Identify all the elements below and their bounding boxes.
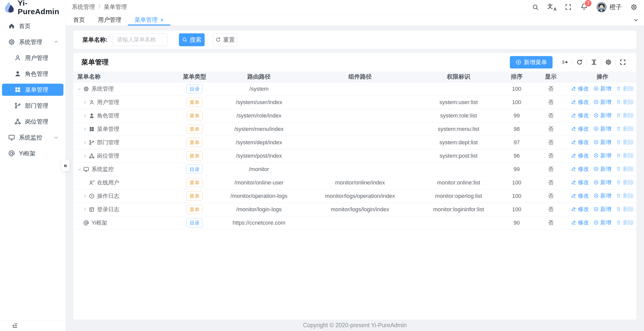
route-path-cell: /monitor/login-logs bbox=[215, 203, 303, 216]
edit-link[interactable]: 修改 bbox=[571, 165, 589, 173]
sidebar-item-5[interactable]: 部门管理 bbox=[2, 100, 63, 112]
column-settings-icon[interactable] bbox=[605, 59, 612, 65]
delete-link[interactable]: 删除 bbox=[616, 85, 634, 92]
edit-icon bbox=[571, 99, 576, 105]
add-link[interactable]: 新增 bbox=[593, 179, 611, 186]
fullscreen-icon[interactable] bbox=[565, 4, 572, 11]
menu-table-card: 菜单管理 新增菜单 菜单名称菜单类 bbox=[73, 53, 636, 320]
menu-type-tag: 菜单 bbox=[186, 178, 203, 187]
delete-link[interactable]: 删除 bbox=[616, 165, 634, 173]
plus_circle-icon bbox=[593, 180, 599, 185]
delete-link[interactable]: 删除 bbox=[616, 219, 634, 226]
menu-name-input[interactable] bbox=[113, 33, 168, 46]
notifications[interactable]: 7 bbox=[580, 3, 588, 12]
caret-down-icon[interactable] bbox=[77, 86, 82, 91]
edit-link[interactable]: 修改 bbox=[571, 125, 589, 133]
caret-right-icon[interactable] bbox=[82, 153, 87, 158]
close-icon[interactable]: × bbox=[160, 17, 164, 23]
edit-link[interactable]: 修改 bbox=[571, 152, 589, 159]
add-link[interactable]: 新增 bbox=[593, 152, 611, 159]
menu-name-text: 岗位管理 bbox=[97, 152, 119, 160]
sort-cell: 100 bbox=[500, 203, 533, 216]
sidebar-item-8[interactable]: Yi框架 bbox=[2, 147, 63, 159]
edit-link[interactable]: 修改 bbox=[571, 138, 589, 146]
translate-icon[interactable]: 文A bbox=[547, 3, 556, 11]
add-link[interactable]: 新增 bbox=[593, 219, 611, 226]
caret-right-icon[interactable] bbox=[82, 127, 87, 132]
breadcrumb-item-system[interactable]: 系统管理 bbox=[72, 3, 95, 11]
settings-gear-icon[interactable] bbox=[630, 4, 637, 11]
add-link[interactable]: 新增 bbox=[593, 125, 611, 133]
tab-0[interactable]: 首页 bbox=[67, 14, 91, 26]
permission-cell: monitor:operlog:list bbox=[417, 189, 500, 203]
table-row: 系统管理目录/system100否修改新增删除 bbox=[73, 82, 636, 96]
add-link[interactable]: 新增 bbox=[593, 112, 611, 119]
reset-button[interactable]: 重置 bbox=[213, 33, 237, 46]
caret-down-icon[interactable] bbox=[77, 167, 82, 172]
sidebar-item-6[interactable]: 岗位管理 bbox=[2, 115, 63, 128]
caret-right-icon[interactable] bbox=[82, 100, 87, 105]
search-button[interactable]: 搜索 bbox=[179, 33, 205, 46]
sort-cell: 100 bbox=[500, 96, 533, 109]
caret-right-icon[interactable] bbox=[82, 194, 87, 199]
sidebar-item-label: 系统监控 bbox=[19, 134, 42, 141]
collapse-menu-icon[interactable] bbox=[12, 322, 18, 329]
online-icon bbox=[89, 180, 95, 186]
tab-1[interactable]: 用户管理 bbox=[91, 14, 128, 26]
expand-all-icon[interactable] bbox=[562, 59, 568, 65]
sidebar-item-0[interactable]: 首页 bbox=[2, 20, 63, 32]
table-fullscreen-icon[interactable] bbox=[619, 59, 626, 65]
edit-link[interactable]: 修改 bbox=[571, 192, 589, 200]
add-link[interactable]: 新增 bbox=[593, 138, 611, 146]
delete-link[interactable]: 删除 bbox=[616, 98, 634, 106]
sidebar-item-1[interactable]: 系统管理 bbox=[2, 36, 63, 48]
caret-right-icon[interactable] bbox=[82, 140, 87, 145]
sidebar-item-4[interactable]: 菜单管理 bbox=[2, 84, 63, 96]
caret-right-icon[interactable] bbox=[82, 113, 87, 118]
tab-label: 首页 bbox=[73, 16, 85, 24]
user_filled-icon bbox=[14, 70, 21, 77]
tabs-dropdown-chevron[interactable] bbox=[628, 14, 644, 26]
search-icon[interactable] bbox=[532, 4, 539, 11]
row-density-icon[interactable] bbox=[591, 59, 597, 65]
sidebar-item-label: 首页 bbox=[19, 22, 31, 30]
sidebar-item-2[interactable]: 用户管理 bbox=[2, 52, 63, 64]
add-link[interactable]: 新增 bbox=[593, 85, 611, 92]
edit-link[interactable]: 修改 bbox=[571, 219, 589, 226]
delete-link[interactable]: 删除 bbox=[616, 192, 634, 200]
delete-link[interactable]: 删除 bbox=[616, 152, 634, 159]
reload-table-icon[interactable] bbox=[576, 59, 583, 65]
sidebar-item-3[interactable]: 角色管理 bbox=[2, 68, 63, 80]
edit-label: 修改 bbox=[578, 85, 589, 92]
sidebar-collapse-handle[interactable]: « bbox=[61, 160, 69, 171]
add-menu-button[interactable]: 新增菜单 bbox=[510, 56, 553, 68]
caret-right-icon[interactable] bbox=[82, 207, 87, 212]
edit-link[interactable]: 修改 bbox=[571, 205, 589, 213]
delete-link[interactable]: 删除 bbox=[616, 205, 634, 213]
sidebar-item-7[interactable]: 系统监控 bbox=[2, 131, 63, 144]
visible-cell: 否 bbox=[533, 162, 568, 176]
logo[interactable]: Yi-PureAdmin bbox=[0, 0, 65, 15]
ops-cell: 修改新增删除 bbox=[568, 162, 636, 176]
edit-link[interactable]: 修改 bbox=[571, 98, 589, 106]
ops-cell: 修改新增删除 bbox=[568, 216, 636, 229]
edit-link[interactable]: 修改 bbox=[571, 85, 589, 92]
delete-link[interactable]: 删除 bbox=[616, 125, 634, 133]
delete-label: 删除 bbox=[623, 138, 634, 146]
branch-icon bbox=[89, 139, 95, 146]
edit-link[interactable]: 修改 bbox=[571, 112, 589, 119]
topbar: 系统管理 / 菜单管理 文A 7 bbox=[66, 0, 644, 14]
add-link[interactable]: 新增 bbox=[593, 98, 611, 106]
plus_circle-icon bbox=[593, 220, 599, 225]
edit-link[interactable]: 修改 bbox=[571, 179, 589, 186]
sidebar-item-label: 用户管理 bbox=[25, 54, 48, 62]
tab-2[interactable]: 菜单管理× bbox=[128, 14, 170, 26]
add-link[interactable]: 新增 bbox=[593, 192, 611, 200]
delete-link[interactable]: 删除 bbox=[616, 138, 634, 146]
delete-link[interactable]: 删除 bbox=[616, 179, 634, 186]
add-link[interactable]: 新增 bbox=[593, 165, 611, 173]
add-link[interactable]: 新增 bbox=[593, 205, 611, 213]
user-menu[interactable]: 橙子 bbox=[597, 2, 622, 12]
delete-link[interactable]: 删除 bbox=[616, 112, 634, 119]
avatar[interactable] bbox=[597, 2, 607, 12]
